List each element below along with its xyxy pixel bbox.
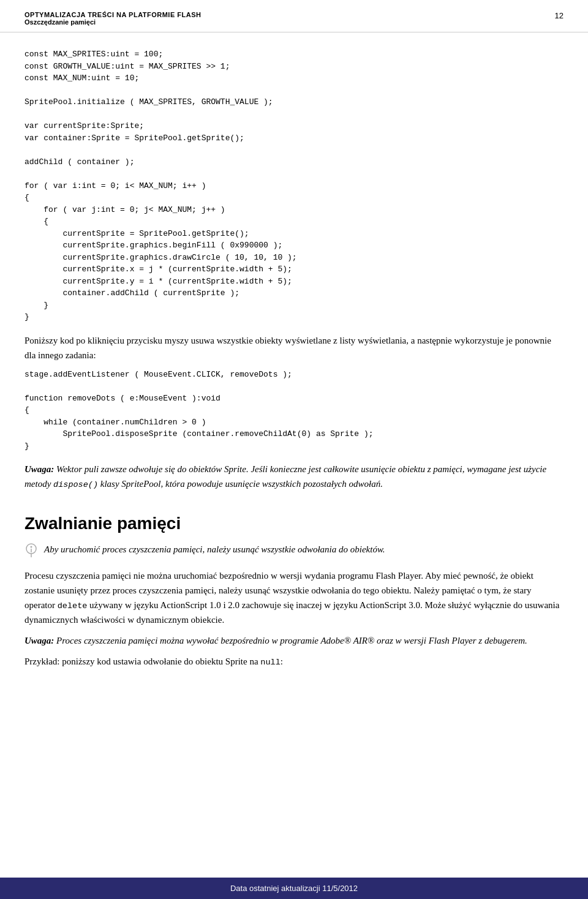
section-heading: Zwalnianie pamięci <box>24 514 564 533</box>
prose-2: Procesu czyszczenia pamięci nie można ur… <box>24 568 564 628</box>
svg-point-2 <box>31 546 32 547</box>
page: OPTYMALIZACJA TREŚCI NA PLATFORMIE FLASH… <box>0 0 588 899</box>
page-header: OPTYMALIZACJA TREŚCI NA PLATFORMIE FLASH… <box>0 0 588 29</box>
main-content: const MAX_SPRITES:uint = 100; const GROW… <box>0 37 588 688</box>
header-divider <box>0 32 588 32</box>
page-number: 12 <box>555 11 564 20</box>
code-block-2: stage.addEventListener ( MouseEvent.CLIC… <box>24 369 564 453</box>
prose-1: Poniższy kod po kliknięciu przycisku mys… <box>24 333 564 363</box>
tip-text: Aby uruchomić proces czyszczenia pamięci… <box>44 542 385 557</box>
tip-icon <box>24 543 38 560</box>
prose-3b: : <box>281 656 283 666</box>
code-text-1: const MAX_SPRITES:uint = 100; const GROW… <box>24 48 564 323</box>
prose-3-text: Przykład: poniższy kod ustawia odwołanie… <box>24 656 260 666</box>
uwaga-1-text2: klasy SpritePool, która powoduje usunięc… <box>98 479 383 489</box>
uwaga-1: Uwaga: Wektor puli zawsze odwołuje się d… <box>24 462 564 492</box>
uwaga-2: Uwaga: Proces czyszczenia pamięci można … <box>24 633 564 648</box>
prose-3: Przykład: poniższy kod ustawia odwołanie… <box>24 654 564 669</box>
footer-text: Data ostatniej aktualizacji 11/5/2012 <box>230 884 358 893</box>
code-text-2: stage.addEventListener ( MouseEvent.CLIC… <box>24 369 564 453</box>
uwaga-1-code: dispose() <box>53 480 98 489</box>
tip-box: Aby uruchomić proces czyszczenia pamięci… <box>24 542 564 560</box>
uwaga-2-label: Uwaga: <box>24 636 54 645</box>
header-subtitle: Oszczędzanie pamięci <box>24 18 201 26</box>
prose-3-code: null <box>260 658 280 667</box>
prose-2-code: delete <box>58 601 88 611</box>
uwaga-1-label: Uwaga: <box>24 464 54 474</box>
uwaga-2-text: Proces czyszczenia pamięci można wywołać… <box>56 636 527 645</box>
header-left: OPTYMALIZACJA TREŚCI NA PLATFORMIE FLASH… <box>24 11 201 26</box>
prose-2b: używany w języku ActionScript 1.0 i 2.0 … <box>24 600 559 625</box>
page-footer: Data ostatniej aktualizacji 11/5/2012 <box>0 878 588 899</box>
header-title: OPTYMALIZACJA TREŚCI NA PLATFORMIE FLASH <box>24 11 201 18</box>
code-block-1: const MAX_SPRITES:uint = 100; const GROW… <box>24 48 564 323</box>
